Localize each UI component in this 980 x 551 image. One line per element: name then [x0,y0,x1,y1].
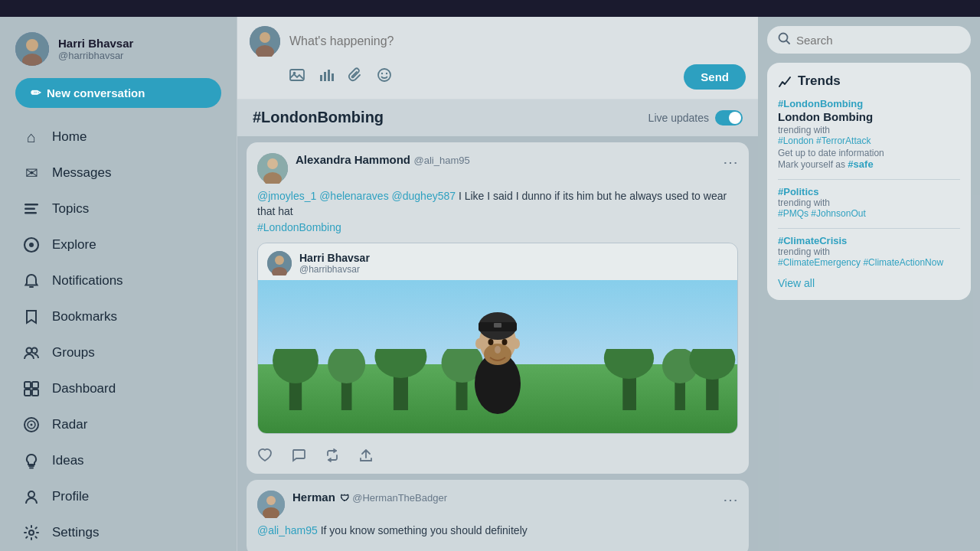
top-bar [0,0,980,17]
share-button[interactable] [358,448,374,463]
explore-icon [21,235,41,255]
emoji-icon[interactable] [377,67,392,86]
svg-point-32 [381,73,383,74]
svg-point-49 [604,349,654,379]
trend-item-3: #ClimateCrisis trending with #ClimateEme… [778,235,960,268]
search-bar[interactable] [767,26,971,54]
sidebar-item-bookmarks[interactable]: Bookmarks [6,299,230,334]
sidebar-item-label: Home [52,129,87,145]
svg-point-10 [32,348,38,354]
new-conversation-button[interactable]: ✏ New conversation [15,78,221,108]
svg-point-43 [328,349,365,383]
sidebar-item-notifications[interactable]: Notifications [6,263,230,298]
like-button[interactable] [257,448,273,463]
trend-tags-2[interactable]: #PMQs #JohnsonOut [778,208,960,219]
svg-rect-25 [290,70,304,80]
svg-point-31 [378,69,390,81]
compose-input[interactable] [289,34,746,48]
trend-sub-1: trending with [778,125,960,135]
compose-top [250,26,746,57]
svg-point-1 [26,39,38,51]
sidebar-item-label: Ideas [52,453,84,468]
main-content: Send #LondonBombing Live updates [237,17,758,551]
safe-text: Mark yourself as #safe [778,159,874,170]
quoted-header: Harri Bhavsar @harribhavsar [258,243,737,280]
svg-point-33 [386,73,387,74]
sidebar-item-explore[interactable]: Explore [6,227,230,262]
svg-point-66 [266,496,276,505]
svg-point-35 [267,158,278,169]
sidebar-item-settings[interactable]: Settings [6,515,230,550]
image-icon[interactable] [289,67,305,86]
sidebar-item-topics[interactable]: Topics [6,191,230,227]
sidebar-item-home[interactable]: ⌂ Home [6,119,230,155]
svg-rect-30 [332,73,334,81]
svg-point-61 [512,338,520,349]
tweet-hashtag[interactable]: #LondonBombing [257,221,341,233]
trend-tags-3[interactable]: #ClimateEmergency #ClimateActionNow [778,257,960,268]
divider-2 [778,228,960,229]
sidebar-item-label: Settings [52,525,99,540]
sidebar: Harri Bhavsar @harribhavsar ✏ New conver… [0,17,237,551]
svg-rect-13 [24,390,31,396]
right-panel: Trends #LondonBombing London Bombing tre… [758,17,980,551]
trend-hashtag-1[interactable]: #LondonBombing [778,98,960,109]
compose-area: Send [237,17,758,99]
svg-rect-11 [24,382,31,388]
more-options-icon[interactable]: ⋯ [723,153,738,171]
sidebar-item-dashboard[interactable]: Dashboard [6,371,230,406]
tweet-avatar [257,153,288,184]
chart-icon[interactable] [318,67,334,86]
new-conversation-label: New conversation [47,86,145,99]
live-updates-toggle[interactable]: Live updates [648,110,743,126]
live-updates-switch[interactable] [715,110,743,126]
compose-avatar [250,26,280,57]
sidebar-item-label: Radar [52,417,87,432]
svg-point-45 [374,349,426,378]
avatar [15,32,49,66]
topics-icon [21,199,41,219]
svg-point-53 [689,349,735,380]
send-button[interactable]: Send [684,64,746,90]
sidebar-item-messages[interactable]: ✉ Messages [6,155,230,191]
bookmarks-icon [21,307,41,327]
search-input[interactable] [796,34,960,47]
live-updates-label: Live updates [648,112,709,124]
sidebar-item-radar[interactable]: Radar [6,407,230,442]
retweet-button[interactable] [325,448,340,463]
sidebar-item-label: Groups [52,345,95,360]
tweet-actions [257,442,738,463]
quoted-author-handle: @harribhavsar [299,264,370,275]
pencil-icon: ✏ [31,86,41,100]
tweet-header: Alexandra Hammond @ali_ham95 ⋯ [257,153,738,184]
trend-hashtag-3[interactable]: #ClimateCrisis [778,235,960,246]
tweet-text: @jmoyles_1 @helenaraves @dughey587 I Lik… [257,188,738,235]
tweet-author-info-2: Herman 🛡 @HermanTheBadger [292,491,447,504]
svg-rect-14 [32,390,38,396]
sidebar-item-profile[interactable]: Profile [6,479,230,514]
tweet-image [258,280,737,433]
svg-point-63 [502,339,508,345]
ideas-icon [21,451,41,471]
tweet-author-info: Alexandra Hammond @ali_ham95 [296,153,470,167]
compose-actions: Send [250,64,746,90]
sidebar-item-label: Bookmarks [52,309,117,324]
view-all-link[interactable]: View all [778,277,960,289]
trend-tags-1[interactable]: #London #TerrorAttack [778,135,960,146]
quoted-author-name: Harri Bhavsar [299,252,370,264]
svg-point-9 [27,348,32,354]
sidebar-item-groups[interactable]: Groups [6,335,230,370]
svg-rect-29 [328,70,330,81]
trend-item-1: #LondonBombing London Bombing trending w… [778,98,960,170]
trend-hashtag-2[interactable]: #Politics [778,186,960,197]
home-icon: ⌂ [21,127,41,147]
trend-item-2: #Politics trending with #PMQs #JohnsonOu… [778,186,960,219]
sidebar-item-ideas[interactable]: Ideas [6,443,230,478]
sidebar-item-label: Topics [52,201,89,217]
attach-icon[interactable] [348,67,363,86]
tweet-body-2: If you know something you should definit… [321,524,528,536]
more-options-icon-2[interactable]: ⋯ [723,491,738,509]
badge-icon: 🛡 [340,493,349,504]
svg-rect-5 [24,212,37,214]
comment-button[interactable] [291,448,306,463]
